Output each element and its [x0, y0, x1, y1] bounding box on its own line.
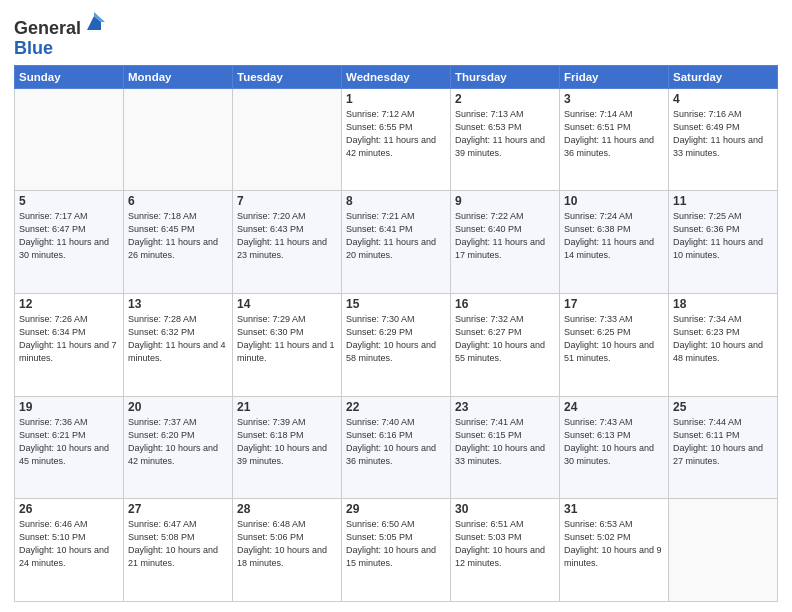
day-info: Sunrise: 7:29 AM Sunset: 6:30 PM Dayligh…	[237, 313, 337, 365]
day-number: 26	[19, 502, 119, 516]
day-info: Sunrise: 7:36 AM Sunset: 6:21 PM Dayligh…	[19, 416, 119, 468]
day-info: Sunrise: 7:28 AM Sunset: 6:32 PM Dayligh…	[128, 313, 228, 365]
day-info: Sunrise: 6:51 AM Sunset: 5:03 PM Dayligh…	[455, 518, 555, 570]
calendar-cell: 28Sunrise: 6:48 AM Sunset: 5:06 PM Dayli…	[233, 499, 342, 602]
day-info: Sunrise: 7:26 AM Sunset: 6:34 PM Dayligh…	[19, 313, 119, 365]
day-info: Sunrise: 7:30 AM Sunset: 6:29 PM Dayligh…	[346, 313, 446, 365]
calendar-cell: 29Sunrise: 6:50 AM Sunset: 5:05 PM Dayli…	[342, 499, 451, 602]
calendar-cell: 26Sunrise: 6:46 AM Sunset: 5:10 PM Dayli…	[15, 499, 124, 602]
calendar-cell: 6Sunrise: 7:18 AM Sunset: 6:45 PM Daylig…	[124, 191, 233, 294]
day-info: Sunrise: 7:32 AM Sunset: 6:27 PM Dayligh…	[455, 313, 555, 365]
day-number: 27	[128, 502, 228, 516]
week-row-2: 12Sunrise: 7:26 AM Sunset: 6:34 PM Dayli…	[15, 293, 778, 396]
day-info: Sunrise: 7:25 AM Sunset: 6:36 PM Dayligh…	[673, 210, 773, 262]
day-number: 28	[237, 502, 337, 516]
calendar-cell: 12Sunrise: 7:26 AM Sunset: 6:34 PM Dayli…	[15, 293, 124, 396]
calendar-cell: 24Sunrise: 7:43 AM Sunset: 6:13 PM Dayli…	[560, 396, 669, 499]
weekday-header-wednesday: Wednesday	[342, 65, 451, 88]
week-row-3: 19Sunrise: 7:36 AM Sunset: 6:21 PM Dayli…	[15, 396, 778, 499]
weekday-header-monday: Monday	[124, 65, 233, 88]
day-info: Sunrise: 7:39 AM Sunset: 6:18 PM Dayligh…	[237, 416, 337, 468]
calendar-cell: 27Sunrise: 6:47 AM Sunset: 5:08 PM Dayli…	[124, 499, 233, 602]
day-number: 6	[128, 194, 228, 208]
calendar-cell: 1Sunrise: 7:12 AM Sunset: 6:55 PM Daylig…	[342, 88, 451, 191]
weekday-header-row: SundayMondayTuesdayWednesdayThursdayFrid…	[15, 65, 778, 88]
day-info: Sunrise: 6:50 AM Sunset: 5:05 PM Dayligh…	[346, 518, 446, 570]
day-number: 9	[455, 194, 555, 208]
logo-blue: Blue	[14, 38, 53, 58]
calendar-cell: 11Sunrise: 7:25 AM Sunset: 6:36 PM Dayli…	[669, 191, 778, 294]
calendar-cell: 8Sunrise: 7:21 AM Sunset: 6:41 PM Daylig…	[342, 191, 451, 294]
calendar-cell: 4Sunrise: 7:16 AM Sunset: 6:49 PM Daylig…	[669, 88, 778, 191]
weekday-header-sunday: Sunday	[15, 65, 124, 88]
logo: General Blue	[14, 14, 105, 59]
week-row-0: 1Sunrise: 7:12 AM Sunset: 6:55 PM Daylig…	[15, 88, 778, 191]
day-info: Sunrise: 7:17 AM Sunset: 6:47 PM Dayligh…	[19, 210, 119, 262]
day-number: 23	[455, 400, 555, 414]
calendar-cell: 30Sunrise: 6:51 AM Sunset: 5:03 PM Dayli…	[451, 499, 560, 602]
calendar-cell: 7Sunrise: 7:20 AM Sunset: 6:43 PM Daylig…	[233, 191, 342, 294]
day-number: 15	[346, 297, 446, 311]
header: General Blue	[14, 10, 778, 59]
day-number: 5	[19, 194, 119, 208]
calendar-cell: 22Sunrise: 7:40 AM Sunset: 6:16 PM Dayli…	[342, 396, 451, 499]
week-row-4: 26Sunrise: 6:46 AM Sunset: 5:10 PM Dayli…	[15, 499, 778, 602]
day-number: 20	[128, 400, 228, 414]
day-number: 10	[564, 194, 664, 208]
week-row-1: 5Sunrise: 7:17 AM Sunset: 6:47 PM Daylig…	[15, 191, 778, 294]
weekday-header-friday: Friday	[560, 65, 669, 88]
day-number: 30	[455, 502, 555, 516]
weekday-header-tuesday: Tuesday	[233, 65, 342, 88]
day-number: 29	[346, 502, 446, 516]
calendar-cell	[124, 88, 233, 191]
day-info: Sunrise: 7:41 AM Sunset: 6:15 PM Dayligh…	[455, 416, 555, 468]
day-number: 19	[19, 400, 119, 414]
day-number: 12	[19, 297, 119, 311]
day-number: 21	[237, 400, 337, 414]
day-number: 2	[455, 92, 555, 106]
day-info: Sunrise: 7:37 AM Sunset: 6:20 PM Dayligh…	[128, 416, 228, 468]
calendar-cell: 9Sunrise: 7:22 AM Sunset: 6:40 PM Daylig…	[451, 191, 560, 294]
calendar-cell: 14Sunrise: 7:29 AM Sunset: 6:30 PM Dayli…	[233, 293, 342, 396]
day-info: Sunrise: 6:46 AM Sunset: 5:10 PM Dayligh…	[19, 518, 119, 570]
calendar-cell: 15Sunrise: 7:30 AM Sunset: 6:29 PM Dayli…	[342, 293, 451, 396]
day-info: Sunrise: 7:43 AM Sunset: 6:13 PM Dayligh…	[564, 416, 664, 468]
day-number: 18	[673, 297, 773, 311]
calendar: SundayMondayTuesdayWednesdayThursdayFrid…	[14, 65, 778, 602]
day-number: 13	[128, 297, 228, 311]
calendar-cell: 25Sunrise: 7:44 AM Sunset: 6:11 PM Dayli…	[669, 396, 778, 499]
day-info: Sunrise: 7:44 AM Sunset: 6:11 PM Dayligh…	[673, 416, 773, 468]
day-number: 1	[346, 92, 446, 106]
logo-icon	[83, 12, 105, 34]
calendar-cell: 23Sunrise: 7:41 AM Sunset: 6:15 PM Dayli…	[451, 396, 560, 499]
day-number: 25	[673, 400, 773, 414]
calendar-cell: 10Sunrise: 7:24 AM Sunset: 6:38 PM Dayli…	[560, 191, 669, 294]
day-number: 14	[237, 297, 337, 311]
calendar-cell: 21Sunrise: 7:39 AM Sunset: 6:18 PM Dayli…	[233, 396, 342, 499]
calendar-cell: 20Sunrise: 7:37 AM Sunset: 6:20 PM Dayli…	[124, 396, 233, 499]
day-number: 4	[673, 92, 773, 106]
day-info: Sunrise: 6:53 AM Sunset: 5:02 PM Dayligh…	[564, 518, 664, 570]
day-number: 24	[564, 400, 664, 414]
day-number: 7	[237, 194, 337, 208]
day-info: Sunrise: 7:33 AM Sunset: 6:25 PM Dayligh…	[564, 313, 664, 365]
calendar-cell: 5Sunrise: 7:17 AM Sunset: 6:47 PM Daylig…	[15, 191, 124, 294]
day-info: Sunrise: 7:22 AM Sunset: 6:40 PM Dayligh…	[455, 210, 555, 262]
day-info: Sunrise: 6:48 AM Sunset: 5:06 PM Dayligh…	[237, 518, 337, 570]
logo-general: General	[14, 18, 81, 38]
weekday-header-saturday: Saturday	[669, 65, 778, 88]
day-info: Sunrise: 7:40 AM Sunset: 6:16 PM Dayligh…	[346, 416, 446, 468]
calendar-cell	[15, 88, 124, 191]
calendar-cell: 3Sunrise: 7:14 AM Sunset: 6:51 PM Daylig…	[560, 88, 669, 191]
day-number: 3	[564, 92, 664, 106]
calendar-cell	[669, 499, 778, 602]
calendar-cell: 19Sunrise: 7:36 AM Sunset: 6:21 PM Dayli…	[15, 396, 124, 499]
calendar-cell: 18Sunrise: 7:34 AM Sunset: 6:23 PM Dayli…	[669, 293, 778, 396]
day-info: Sunrise: 7:21 AM Sunset: 6:41 PM Dayligh…	[346, 210, 446, 262]
day-info: Sunrise: 7:18 AM Sunset: 6:45 PM Dayligh…	[128, 210, 228, 262]
calendar-cell: 31Sunrise: 6:53 AM Sunset: 5:02 PM Dayli…	[560, 499, 669, 602]
day-info: Sunrise: 7:20 AM Sunset: 6:43 PM Dayligh…	[237, 210, 337, 262]
day-number: 11	[673, 194, 773, 208]
day-info: Sunrise: 7:14 AM Sunset: 6:51 PM Dayligh…	[564, 108, 664, 160]
weekday-header-thursday: Thursday	[451, 65, 560, 88]
